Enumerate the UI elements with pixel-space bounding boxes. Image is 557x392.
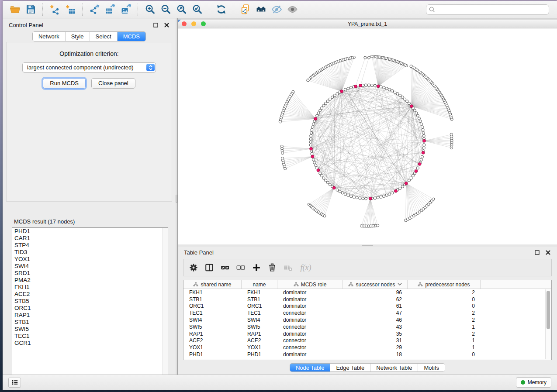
column-header-mcds-role[interactable]: MCDS role [277,280,343,289]
mcds-result-item[interactable]: STB1 [12,319,168,326]
close-panel-icon[interactable] [163,22,170,28]
mcds-result-item[interactable]: GCR1 [12,340,168,347]
first-neighbors-button[interactable] [253,3,269,17]
tab-network[interactable]: Network [33,32,65,41]
refresh-layout-button[interactable] [213,3,229,17]
column-header-shared-name[interactable]: shared name [183,280,242,289]
table-cell: connector [277,324,343,330]
table-cell: 62 [343,296,408,303]
splitter-handle[interactable] [362,245,373,246]
memory-button[interactable]: Memory [516,377,551,388]
function-builder-button[interactable]: f(x) [297,261,315,274]
table-scrollbar[interactable] [545,289,551,359]
copy-network-button[interactable] [237,3,253,17]
table-settings-button[interactable] [187,261,200,274]
optimization-criterion-label: Optimization criterion: [7,50,172,57]
main-toolbar [3,1,557,18]
close-panel-button[interactable]: Close panel [91,78,135,89]
table-row[interactable]: PHD1PHD1dominator180 [183,351,551,358]
mcds-result-item[interactable]: TEC1 [12,333,168,340]
tab-style[interactable]: Style [65,32,90,41]
mcds-result-item[interactable]: PHD1 [12,228,168,235]
mcds-result-item[interactable]: TID3 [12,249,168,256]
export-image-button[interactable] [118,3,134,17]
column-header-name[interactable]: name [242,280,277,289]
import-table-button[interactable] [62,3,78,17]
tab-select[interactable]: Select [90,32,117,41]
export-table-button[interactable] [102,3,118,17]
memory-status-icon [521,380,525,385]
task-list-icon [11,378,19,386]
float-panel-icon[interactable] [534,249,540,255]
delete-row-button[interactable] [266,261,279,274]
network-titlebar[interactable]: YPA_prune.txt_1 [178,20,557,28]
show-columns-button[interactable] [203,261,216,274]
table-row[interactable]: TEC1TEC1connector472 [183,309,551,316]
table-cell: ORC1 [242,303,277,309]
add-row-button[interactable] [250,261,263,274]
table-body: FKH1FKH1dominator962STB1STB1dominator620… [183,289,551,358]
column-header-predecessor-nodes[interactable]: predecessor nodes [408,280,481,289]
table-cell: dominator [277,303,343,309]
table-row[interactable]: YOX1YOX1connector291 [183,344,551,351]
zoom-in-button[interactable] [142,3,158,17]
zoom-selected-button[interactable] [189,3,205,17]
table-cell: 0 [408,296,481,303]
run-mcds-button[interactable]: Run MCDS [43,78,86,89]
network-graph[interactable] [178,28,557,244]
scrollbar-thumb[interactable] [547,291,550,329]
zoom-out-button[interactable] [158,3,173,17]
delete-table-button[interactable] [281,261,294,274]
search-input[interactable] [426,4,549,15]
table-row[interactable]: ORC1ORC1dominator610 [183,303,551,310]
mcds-result-item[interactable]: SRD1 [12,270,168,277]
table-row[interactable]: SWI5SWI5connector431 [183,323,551,330]
import-network-button[interactable] [47,3,62,17]
table-row[interactable]: STB1STB1dominator620 [183,296,551,303]
open-file-button[interactable] [7,3,23,17]
table-cell: dominator [277,296,343,303]
toolbar-separator [209,3,209,16]
mcds-list-scrollbar[interactable] [163,228,168,375]
export-network-button[interactable] [86,3,102,17]
zoom-fit-button[interactable] [173,3,189,17]
table-cell: 61 [343,303,408,309]
mcds-result-item[interactable]: ACE2 [12,291,168,298]
mcds-result-item[interactable]: YOX1 [12,256,168,263]
hide-selected-button[interactable] [269,3,284,17]
mcds-result-item[interactable]: STP4 [12,242,168,249]
table-row[interactable]: FKH1FKH1dominator962 [183,289,551,296]
tab-mcds[interactable]: MCDS [117,32,145,41]
mcds-result-item[interactable]: STB5 [12,298,168,305]
mcds-result-item[interactable]: SWI5 [12,326,168,333]
mcds-result-item[interactable]: CAR1 [12,235,168,242]
tab-edge-table[interactable]: Edge Table [330,364,370,372]
tab-network-table[interactable]: Network Table [370,364,418,372]
save-session-button[interactable] [23,3,38,17]
float-panel-icon[interactable] [152,22,159,28]
criterion-select[interactable]: largest connected component (undirected) [22,62,156,72]
table-row[interactable]: RAP1RAP1dominator352 [183,330,551,337]
mcds-result-item[interactable]: RAP1 [12,312,168,319]
toolbar-separator [42,3,43,16]
task-history-button[interactable] [8,378,21,388]
mcds-result-item[interactable]: PMA2 [12,277,168,284]
close-panel-icon[interactable] [545,249,551,255]
deselect-all-rows-button[interactable] [234,261,247,274]
select-all-rows-button[interactable] [218,261,232,274]
tab-motifs[interactable]: Motifs [418,364,445,372]
column-header-successor-nodes[interactable]: successor nodes [343,280,408,289]
table-cell: 35 [343,331,408,337]
network-canvas[interactable] [178,28,557,244]
mcds-result-item[interactable]: FKH1 [12,284,168,291]
table-row[interactable]: SWI4SWI4dominator462 [183,316,551,323]
show-all-button[interactable] [284,3,300,17]
table-cell: TEC1 [242,310,277,316]
mcds-result-item[interactable]: ORC1 [12,305,168,312]
table-cell: YOX1 [242,344,277,351]
mcds-result-item[interactable]: SWI4 [12,263,168,270]
tab-node-table[interactable]: Node Table [290,364,330,372]
table-row[interactable]: ACE2ACE2connector311 [183,337,551,344]
table-cell: STB1 [183,296,242,303]
splitter-handle[interactable] [176,195,177,203]
